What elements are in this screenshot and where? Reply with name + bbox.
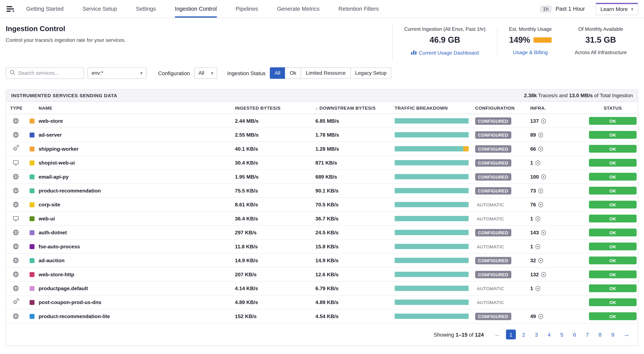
- col-header-name[interactable]: NAME: [28, 105, 235, 110]
- status-ok-button[interactable]: OK: [589, 298, 636, 306]
- status-ok-button[interactable]: OK: [589, 117, 636, 125]
- table-row[interactable]: corp-site8.61 KB/s70.5 KB/sAUTOMATIC76OK: [6, 198, 638, 212]
- learn-more-button[interactable]: Learn More ▾: [596, 3, 638, 15]
- service-name-link[interactable]: product-recommendation: [39, 188, 101, 193]
- page-button-8[interactable]: 8: [595, 330, 605, 340]
- tab-ingestion-control[interactable]: Ingestion Control: [175, 0, 216, 18]
- table-row[interactable]: web-store-http207 KB/s12.6 KB/sCONFIGURE…: [6, 268, 638, 282]
- col-header-traffic[interactable]: TRAFFIC BREAKDOWN: [395, 105, 475, 110]
- infra-cell[interactable]: 73: [530, 188, 588, 193]
- service-name-link[interactable]: web-store-http: [39, 272, 74, 277]
- table-header-row: TYPE NAME INGESTED BYTES/S ↓DOWNSTREAM B…: [6, 102, 638, 114]
- status-ok-button[interactable]: OK: [589, 229, 636, 236]
- tab-service-setup[interactable]: Service Setup: [82, 0, 117, 18]
- next-page-button[interactable]: →: [622, 331, 632, 338]
- table-row[interactable]: web-ui36.4 KB/s36.7 KB/sAUTOMATIC1OK: [6, 212, 638, 226]
- env-filter-dropdown[interactable]: env:* ▾: [88, 67, 146, 79]
- infra-cell[interactable]: 137: [530, 118, 588, 124]
- status-option-ok[interactable]: Ok: [285, 67, 301, 79]
- page-button-3[interactable]: 3: [532, 330, 541, 340]
- status-ok-button[interactable]: OK: [589, 145, 636, 153]
- table-row[interactable]: ⚙⚙post-coupon-prod-us-dns4.89 KB/s4.89 K…: [6, 296, 638, 309]
- table-row[interactable]: ⚙⚙shipping-worker40.1 KB/s1.28 MB/sCONFI…: [6, 142, 638, 156]
- service-name-link[interactable]: web-ui: [39, 216, 55, 221]
- status-option-all[interactable]: All: [270, 67, 285, 79]
- page-button-7[interactable]: 7: [582, 330, 592, 340]
- search-services-box[interactable]: [6, 67, 84, 79]
- infra-cell[interactable]: 32: [530, 258, 588, 263]
- infra-cell[interactable]: 66: [530, 146, 588, 152]
- status-ok-button[interactable]: OK: [589, 312, 636, 320]
- infra-cell[interactable]: 132: [530, 272, 588, 277]
- page-button-2[interactable]: 2: [519, 330, 529, 340]
- tab-retention-filters[interactable]: Retention Filters: [338, 0, 379, 18]
- status-option-limited-resource[interactable]: Limited Resource: [301, 67, 350, 79]
- infra-cell[interactable]: 143: [530, 230, 588, 235]
- status-ok-button[interactable]: OK: [589, 131, 636, 139]
- service-name-link[interactable]: web-store: [39, 118, 63, 124]
- page-button-4[interactable]: 4: [544, 330, 554, 340]
- page-button-6[interactable]: 6: [570, 330, 580, 340]
- table-row[interactable]: ad-auction14.9 KB/s14.9 KB/sCONFIGURED32…: [6, 254, 638, 268]
- table-row[interactable]: shopist-web-ui30.4 KB/s871 KB/sCONFIGURE…: [6, 156, 638, 170]
- status-ok-button[interactable]: OK: [589, 159, 636, 167]
- table-row[interactable]: auth-dotnet297 KB/s24.5 KB/sCONFIGURED14…: [6, 226, 638, 240]
- status-ok-button[interactable]: OK: [589, 243, 636, 250]
- service-name-link[interactable]: post-coupon-prod-us-dns: [39, 300, 102, 305]
- app-logo-icon[interactable]: [6, 0, 15, 18]
- service-name-link[interactable]: corp-site: [39, 202, 60, 208]
- service-name-link[interactable]: ad-auction: [39, 258, 65, 263]
- service-name-link[interactable]: productpage.default: [39, 285, 88, 291]
- table-row[interactable]: product-recommendation75.5 KB/s90.1 KB/s…: [6, 184, 638, 198]
- infra-cell[interactable]: 49: [530, 313, 588, 319]
- infra-cell[interactable]: 100: [530, 174, 588, 180]
- status-ok-button[interactable]: OK: [589, 201, 636, 208]
- service-name-link[interactable]: email-api-py: [39, 174, 69, 180]
- tab-generate-metrics[interactable]: Generate Metrics: [277, 0, 320, 18]
- table-row[interactable]: product-recommendation-lite152 KB/s4.54 …: [6, 310, 638, 323]
- infra-cell[interactable]: 89: [530, 132, 588, 138]
- col-header-configuration[interactable]: CONFIGURATION: [475, 105, 530, 110]
- status-option-legacy-setup[interactable]: Legacy Setup: [350, 67, 392, 79]
- infra-cell[interactable]: 76: [530, 202, 588, 208]
- table-row[interactable]: productpage.default4.14 KB/s6.79 KB/sAUT…: [6, 282, 638, 296]
- status-ok-button[interactable]: OK: [589, 187, 636, 195]
- status-ok-button[interactable]: OK: [589, 257, 636, 264]
- col-header-type[interactable]: TYPE: [6, 105, 28, 110]
- status-ok-button[interactable]: OK: [589, 284, 636, 292]
- current-usage-dashboard-link[interactable]: Current Usage Dashboard: [404, 50, 486, 56]
- service-name-link[interactable]: auth-dotnet: [39, 230, 67, 235]
- tab-getting-started[interactable]: Getting Started: [26, 0, 64, 18]
- page-button-9[interactable]: 9: [608, 330, 618, 340]
- col-header-ingested[interactable]: INGESTED BYTES/S: [235, 105, 316, 110]
- infra-cell[interactable]: 1: [530, 160, 588, 166]
- time-range-label[interactable]: Past 1 Hour: [556, 6, 585, 12]
- infra-cell[interactable]: 1: [530, 244, 588, 249]
- time-range-badge[interactable]: 1h: [540, 5, 552, 12]
- status-ok-button[interactable]: OK: [589, 215, 636, 223]
- service-name-link[interactable]: fse-auto-process: [39, 244, 80, 249]
- search-services-input[interactable]: [18, 70, 80, 76]
- page-button-1[interactable]: 1: [506, 330, 516, 340]
- infra-cell[interactable]: 1: [530, 285, 588, 291]
- service-name-link[interactable]: shopist-web-ui: [39, 160, 75, 166]
- table-row[interactable]: email-api-py1.95 MB/s689 KB/sCONFIGURED1…: [6, 170, 638, 184]
- col-header-infra[interactable]: INFRA.: [530, 105, 588, 110]
- table-row[interactable]: ad-server2.55 MB/s1.78 MB/sCONFIGURED89O…: [6, 128, 638, 142]
- usage-billing-link[interactable]: Usage & Billing: [509, 50, 552, 55]
- col-header-downstream[interactable]: ↓DOWNSTREAM BYTES/S: [316, 105, 395, 110]
- service-name-link[interactable]: product-recommendation-lite: [39, 313, 110, 319]
- page-button-5[interactable]: 5: [557, 330, 567, 340]
- table-row[interactable]: fse-auto-process11.8 KB/s15.8 KB/sAUTOMA…: [6, 240, 638, 254]
- configuration-dropdown[interactable]: All ▾: [194, 67, 218, 79]
- status-ok-button[interactable]: OK: [589, 173, 636, 181]
- prev-page-button[interactable]: ←: [492, 331, 502, 338]
- status-ok-button[interactable]: OK: [589, 271, 636, 278]
- infra-cell[interactable]: 1: [530, 216, 588, 221]
- service-name-link[interactable]: shipping-worker: [39, 146, 78, 152]
- tab-settings[interactable]: Settings: [136, 0, 156, 18]
- service-name-link[interactable]: ad-server: [39, 132, 62, 138]
- col-header-status[interactable]: STATUS: [588, 105, 638, 110]
- tab-pipelines[interactable]: Pipelines: [236, 0, 258, 18]
- table-row[interactable]: web-store2.44 MB/s6.85 MB/sCONFIGURED137…: [6, 114, 638, 128]
